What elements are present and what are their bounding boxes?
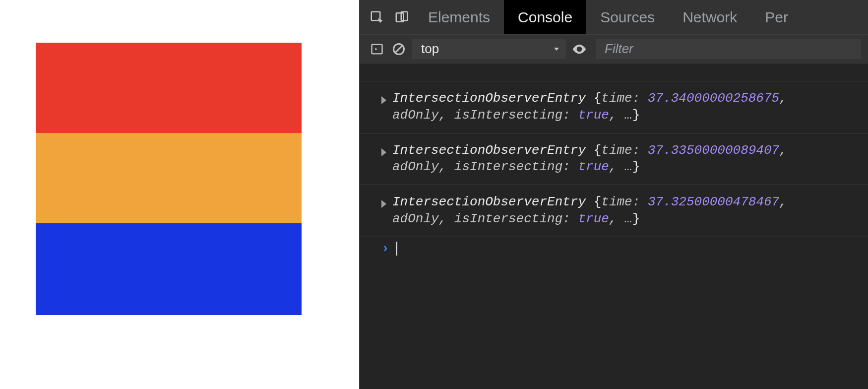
log-key-intersecting: isIntersecting (454, 108, 562, 123)
tab-label: Per (765, 9, 788, 26)
log-time-value: 37.34000000258675 (648, 91, 779, 106)
expand-triangle-icon[interactable] (381, 148, 386, 156)
console-log-entry[interactable]: IntersectionObserverEntry {time: 37.3400… (360, 81, 868, 133)
log-text: IntersectionObserverEntry {time: 37.3350… (392, 142, 862, 176)
console-output[interactable]: IntersectionObserverEntry {time: 37.3400… (360, 64, 868, 389)
expand-triangle-icon[interactable] (381, 200, 386, 208)
console-spacer (360, 64, 868, 81)
log-fragment: adOnly (392, 108, 439, 123)
context-label: top (421, 41, 439, 57)
console-log-entry[interactable]: IntersectionObserverEntry {time: 37.3250… (360, 185, 868, 237)
chevron-down-icon (552, 45, 561, 54)
execution-context-select[interactable]: top (412, 39, 566, 59)
tab-label: Network (682, 9, 737, 26)
stripe-orange (36, 133, 302, 223)
inspect-element-icon[interactable] (369, 9, 385, 26)
log-key-intersecting: isIntersecting (454, 211, 562, 226)
filter-input[interactable] (605, 41, 852, 57)
log-class-name: IntersectionObserverEntry (392, 91, 586, 106)
log-key-time: time (601, 194, 632, 209)
log-time-value: 37.33500000089407 (648, 143, 779, 158)
log-time-value: 37.32500000478467 (648, 194, 779, 209)
text-caret (396, 242, 397, 256)
log-key-intersecting: isIntersecting (454, 159, 562, 174)
clear-console-icon[interactable] (390, 41, 407, 58)
log-text: IntersectionObserverEntry {time: 37.3400… (392, 90, 862, 124)
console-sidebar-toggle-icon[interactable] (369, 41, 385, 58)
svg-line-5 (395, 45, 402, 53)
log-bool-value: true (578, 108, 609, 123)
expand-triangle-icon[interactable] (381, 96, 386, 104)
console-log-entry[interactable]: IntersectionObserverEntry {time: 37.3350… (360, 133, 868, 186)
tab-sources[interactable]: Sources (586, 0, 669, 34)
devtools-panel: Elements Console Sources Network Per (359, 0, 868, 389)
stripe-red (36, 43, 302, 133)
stripe-blue (36, 223, 302, 315)
log-bool-value: true (578, 211, 609, 226)
page-preview-pane (0, 0, 359, 389)
console-prompt[interactable]: › (360, 237, 868, 260)
log-class-name: IntersectionObserverEntry (392, 194, 586, 209)
tab-performance[interactable]: Per (751, 0, 802, 34)
log-fragment: adOnly (392, 159, 439, 174)
tab-label: Elements (428, 9, 490, 26)
log-key-time: time (601, 91, 632, 106)
tab-elements[interactable]: Elements (414, 0, 504, 34)
tab-label: Console (518, 9, 572, 26)
device-toggle-icon[interactable] (393, 9, 410, 26)
tab-console[interactable]: Console (504, 0, 586, 34)
log-class-name: IntersectionObserverEntry (392, 143, 586, 158)
devtools-tabs: Elements Console Sources Network Per (360, 0, 868, 35)
log-fragment: adOnly (392, 211, 439, 226)
log-bool-value: true (578, 159, 609, 174)
filter-input-wrapper[interactable] (596, 39, 861, 59)
color-stripes (36, 43, 302, 315)
tab-network[interactable]: Network (669, 0, 751, 34)
log-text: IntersectionObserverEntry {time: 37.3250… (392, 194, 862, 228)
tab-label: Sources (600, 9, 655, 26)
log-key-time: time (601, 143, 632, 158)
prompt-chevron-icon: › (381, 241, 389, 256)
eye-icon[interactable] (571, 41, 588, 58)
console-toolbar: top (360, 35, 868, 64)
